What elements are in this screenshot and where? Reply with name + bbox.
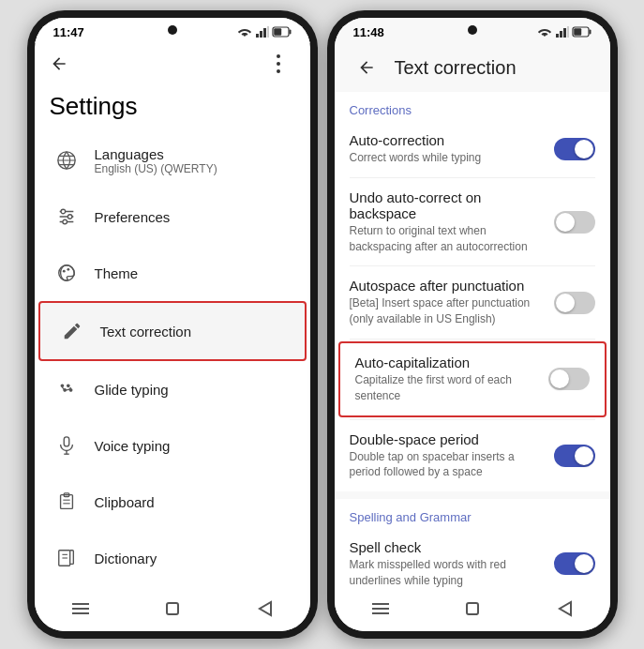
left-nav-bar <box>35 590 310 631</box>
left-phone: 11:47 Settings <box>27 10 318 639</box>
autospace-title: Autospace after punctuation <box>350 278 543 294</box>
languages-label: Languages <box>95 146 217 162</box>
auto-correction-desc: Correct words while typing <box>350 150 543 166</box>
undo-auto-desc: Return to original text when backspacing… <box>350 223 543 255</box>
settings-item-glide[interactable]: Glide typing <box>35 361 310 417</box>
svg-marker-42 <box>260 602 271 615</box>
languages-subtitle: English (US) (QWERTY) <box>95 162 217 175</box>
right-toolbar: Text correction <box>335 43 610 92</box>
mic-icon <box>50 429 83 462</box>
settings-item-voice[interactable]: Voice typing <box>35 417 310 474</box>
text-correction-label: Text correction <box>100 324 192 340</box>
settings-item-languages[interactable]: Languages English (US) (QWERTY) <box>35 132 310 189</box>
svg-rect-49 <box>574 28 581 36</box>
correction-icon <box>55 314 89 348</box>
svg-point-15 <box>67 215 72 219</box>
svg-rect-20 <box>64 437 69 446</box>
right-nav-back-icon[interactable] <box>553 597 576 620</box>
svg-marker-54 <box>560 602 571 615</box>
right-time: 11:48 <box>353 25 384 39</box>
right-nav-menu-icon[interactable] <box>369 597 392 620</box>
settings-item-dictionary[interactable]: Dictionary <box>35 530 310 586</box>
svg-point-19 <box>67 268 69 271</box>
double-space-desc: Double tap on spacebar inserts a period … <box>350 449 543 481</box>
undo-auto-title: Undo auto-correct on backspace <box>350 189 543 221</box>
toggle-auto-cap[interactable]: Auto-capitalization Capitalize the first… <box>338 341 607 417</box>
settings-item-emojis[interactable]: Emojis, Stickers & GIFs <box>35 586 310 590</box>
right-back-button[interactable] <box>350 51 383 84</box>
auto-cap-toggle[interactable] <box>548 368 590 390</box>
glide-label: Glide typing <box>95 382 169 398</box>
right-phone: 11:48 Text correction <box>327 10 618 639</box>
textcorr-list: Corrections Auto-correction Correct word… <box>335 92 610 590</box>
left-status-icons <box>237 26 292 39</box>
toggle-double-space[interactable]: Double-space period Double tap on spaceb… <box>335 420 610 492</box>
textcorr-title: Text correction <box>395 57 517 79</box>
back-button[interactable] <box>42 47 76 81</box>
svg-rect-43 <box>556 34 559 38</box>
svg-rect-41 <box>167 603 178 614</box>
svg-point-7 <box>277 54 280 58</box>
spell-check-desc: Mark misspelled words with red underline… <box>350 557 543 589</box>
svg-rect-46 <box>567 26 569 38</box>
battery-icon-right <box>573 26 592 39</box>
preferences-label: Preferences <box>95 209 171 225</box>
svg-rect-0 <box>256 34 259 38</box>
signal-icon <box>256 26 269 39</box>
clipboard-label: Clipboard <box>95 494 155 510</box>
spell-check-toggle[interactable] <box>554 552 595 575</box>
auto-cap-desc: Capitalize the first word of each senten… <box>355 372 537 404</box>
voice-label: Voice typing <box>95 438 171 454</box>
battery-icon <box>273 26 292 39</box>
book-icon <box>50 541 83 575</box>
svg-rect-48 <box>589 29 591 34</box>
auto-correction-toggle[interactable] <box>554 138 595 160</box>
svg-rect-45 <box>563 28 566 38</box>
camera-dot-right <box>468 25 477 35</box>
settings-list: Languages English (US) (QWERTY) Preferen… <box>35 132 310 590</box>
svg-rect-2 <box>263 28 266 38</box>
dictionary-label: Dictionary <box>95 551 157 566</box>
settings-item-preferences[interactable]: Preferences <box>35 189 310 245</box>
globe-icon <box>50 143 83 177</box>
right-nav-bar <box>335 590 610 631</box>
svg-rect-6 <box>274 28 281 36</box>
left-toolbar <box>35 43 310 84</box>
double-space-title: Double-space period <box>350 431 543 447</box>
sliders-icon <box>50 200 83 234</box>
svg-point-8 <box>277 62 280 66</box>
toggle-spell-check[interactable]: Spell check Mark misspelled words with r… <box>335 528 610 590</box>
wifi-icon-right <box>537 26 552 39</box>
settings-item-text-correction[interactable]: Text correction <box>38 301 307 361</box>
toggle-auto-correction[interactable]: Auto-correction Correct words while typi… <box>335 121 610 177</box>
auto-correction-title: Auto-correction <box>350 132 543 148</box>
nav-back-icon[interactable] <box>253 597 276 620</box>
auto-cap-title: Auto-capitalization <box>355 355 537 370</box>
signal-icon-right <box>556 26 569 39</box>
spell-check-title: Spell check <box>350 539 543 555</box>
toggle-undo-auto[interactable]: Undo auto-correct on backspace Return to… <box>335 178 610 266</box>
svg-rect-3 <box>267 26 269 38</box>
svg-point-9 <box>277 69 280 73</box>
left-time: 11:47 <box>53 25 84 39</box>
double-space-toggle[interactable] <box>554 445 595 467</box>
spelling-section-label: Spelling and Grammar <box>335 499 610 528</box>
svg-rect-53 <box>467 603 478 614</box>
right-nav-home-icon[interactable] <box>461 597 484 620</box>
toggle-autospace[interactable]: Autospace after punctuation [Beta] Inser… <box>335 266 610 339</box>
nav-menu-icon[interactable] <box>69 597 92 620</box>
svg-rect-5 <box>289 29 291 34</box>
wifi-icon <box>237 26 252 39</box>
svg-rect-1 <box>260 31 262 38</box>
settings-title: Settings <box>35 84 310 132</box>
svg-point-18 <box>62 270 65 273</box>
camera-dot <box>168 25 177 35</box>
nav-home-icon[interactable] <box>161 597 184 620</box>
settings-item-theme[interactable]: Theme <box>35 245 310 301</box>
clipboard-icon <box>50 485 83 519</box>
autospace-toggle[interactable] <box>554 292 595 314</box>
more-button[interactable] <box>262 47 295 81</box>
settings-item-clipboard[interactable]: Clipboard <box>35 474 310 530</box>
theme-label: Theme <box>95 265 139 281</box>
undo-auto-toggle[interactable] <box>554 211 595 234</box>
